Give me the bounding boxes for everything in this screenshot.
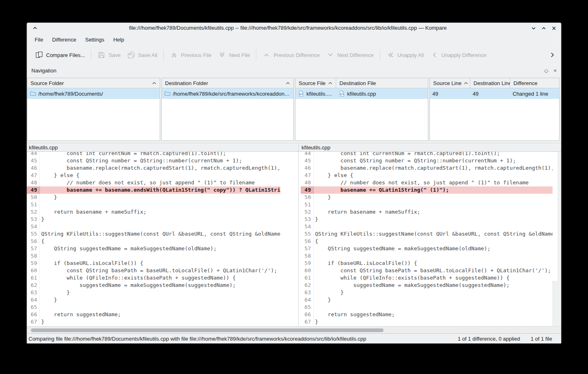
destination-folder-header-label: Destination Folder (165, 80, 208, 86)
destination-pane-title: kfileutils.cpp (302, 143, 330, 152)
status-message: Comparing file file:///home/fhek789/Docu… (29, 336, 366, 342)
line-number: 66 (301, 311, 314, 318)
code-line: 48 // number does not exist, so just app… (27, 179, 280, 186)
save-all-icon (127, 51, 135, 59)
horizontal-scrollbar[interactable] (27, 326, 561, 333)
titlebar[interactable]: file:///home/fhek789/Documents/kfileutil… (27, 23, 561, 33)
line-number: 50 (27, 194, 40, 201)
line-text (40, 201, 280, 208)
line-number: 61 (27, 274, 40, 282)
destination-code-rows: 44 const int currentNum = rmatch.capture… (301, 152, 553, 326)
menu-file[interactable]: File (30, 35, 48, 44)
line-number: 56 (27, 238, 40, 245)
compare-files-icon (35, 51, 43, 59)
menu-difference[interactable]: Difference (48, 35, 81, 44)
menu-help[interactable]: Help (109, 35, 129, 44)
line-text: } (40, 318, 280, 326)
line-number: 58 (301, 252, 314, 260)
compare-files-label: Compare Files... (46, 52, 85, 58)
line-text: // number does not exist, so just append… (314, 179, 553, 186)
cpp-file-icon: C+ (298, 90, 304, 97)
destination-file-header-label: Destination File (339, 80, 376, 86)
code-line: 47 } else { (301, 172, 553, 179)
line-text: const QString number = QString::number(c… (40, 157, 280, 164)
files-row[interactable]: C+ kfileutils.cpp C+ kfileutils.cpp (295, 88, 428, 99)
source-pane-title: kfileutils.cpp (29, 143, 58, 152)
line-number: 46 (27, 164, 40, 172)
close-button[interactable] (551, 25, 557, 31)
lines-row[interactable]: 49 49 Changed 1 line (430, 88, 559, 99)
save-button[interactable]: Save (94, 49, 124, 61)
line-text: return basename + nameSuffix; (314, 208, 553, 216)
unapply-all-button[interactable]: Unapply All (383, 49, 427, 61)
pane-splitter[interactable] (298, 143, 299, 326)
line-number: 49 (301, 186, 314, 194)
code-line: 60 const QString basePath = baseURL.toLo… (301, 267, 553, 274)
line-number: 56 (301, 238, 314, 245)
line-text: if (baseURL.isLocalFile()) { (314, 260, 553, 267)
toolbar-separator (163, 50, 164, 60)
next-difference-button[interactable]: Next Difference (323, 49, 377, 61)
line-number: 57 (301, 245, 314, 252)
code-line: 45 const QString number = QString::numbe… (27, 157, 280, 164)
maximize-button[interactable] (540, 25, 547, 31)
toolbar-separator (256, 50, 256, 60)
line-number: 62 (27, 282, 40, 289)
line-text: } (40, 194, 280, 201)
save-icon (97, 51, 106, 59)
line-number: 47 (27, 172, 40, 179)
diff-pane-source[interactable]: 44 const int currentNum = rmatch.capture… (27, 152, 280, 326)
destination-folder-header[interactable]: Destination Folder (162, 78, 293, 88)
menu-settings[interactable]: Settings (81, 35, 109, 44)
source-folder-row[interactable]: /home/fhek789/Documents/ (27, 88, 160, 99)
unapply-difference-icon (430, 51, 438, 59)
unapply-all-label: Unapply All (397, 52, 424, 58)
diff-pane-destination[interactable]: 44 const int currentNum = rmatch.capture… (301, 152, 553, 326)
navigation-dock-header[interactable]: Navigation ◇ × (27, 65, 561, 76)
difference-header-label: Difference (513, 80, 537, 86)
line-text: const QString number = QString::number(c… (314, 157, 553, 164)
line-number: 51 (301, 201, 314, 208)
code-line: 52 return basename + nameSuffix; (27, 208, 280, 216)
line-number: 45 (27, 157, 40, 164)
code-line: 61 while (QFileInfo::exists(basePath + s… (27, 274, 280, 282)
previous-file-button[interactable]: Previous File (167, 49, 215, 61)
line-text: const int currentNum = rmatch.captured(1… (314, 152, 553, 157)
files-panel-header[interactable]: Source File Destination File (295, 78, 428, 88)
code-line: 54 (301, 223, 553, 230)
line-number: 61 (301, 274, 314, 282)
line-text: { (40, 238, 280, 245)
keep-above-icon[interactable] (32, 25, 38, 31)
code-line: 53} (27, 216, 280, 223)
next-file-button[interactable]: Next File (215, 49, 253, 61)
lines-panel-header[interactable]: Source Line Destination Line Difference (430, 78, 559, 88)
code-line: 66 return suggestedName; (27, 311, 280, 318)
files-panel: Source File Destination File C+ kfileuti… (295, 78, 428, 141)
previous-difference-icon (262, 51, 271, 59)
line-text (314, 201, 553, 208)
previous-difference-button[interactable]: Previous Difference (259, 49, 323, 61)
svg-text:C+: C+ (300, 93, 303, 96)
code-line: 54 (27, 223, 280, 230)
code-line: 51 (27, 201, 280, 208)
save-all-button[interactable]: Save All (124, 49, 161, 61)
line-number: 63 (301, 289, 314, 296)
compare-files-button[interactable]: Compare Files... (32, 49, 88, 61)
desktop-background: { "window": { "title": "file:///home/fhe… (0, 0, 588, 374)
horizontal-scrollbar-thumb[interactable] (31, 328, 383, 332)
float-dock-icon[interactable]: ◇ (544, 68, 548, 74)
minimize-button[interactable] (530, 25, 537, 31)
code-line: 47 } else { (27, 172, 280, 179)
line-number: 44 (301, 152, 314, 157)
line-number: 59 (301, 260, 314, 267)
line-number: 55 (301, 230, 314, 238)
close-dock-icon[interactable]: × (553, 68, 557, 74)
unapply-difference-button[interactable]: Unapply Difference (427, 49, 489, 61)
line-number: 59 (27, 260, 40, 267)
source-folder-header[interactable]: Source Folder (27, 78, 160, 88)
diff-pane-headers: kfileutils.cpp kfileutils.cpp (27, 143, 561, 152)
destination-folder-row[interactable]: /home/fhek789/kde/src/frameworks/kcoread… (162, 88, 293, 99)
vertical-scrollbar[interactable] (553, 281, 557, 326)
code-line: 64 } (301, 296, 553, 304)
toolbar-overflow-button[interactable] (548, 51, 556, 59)
